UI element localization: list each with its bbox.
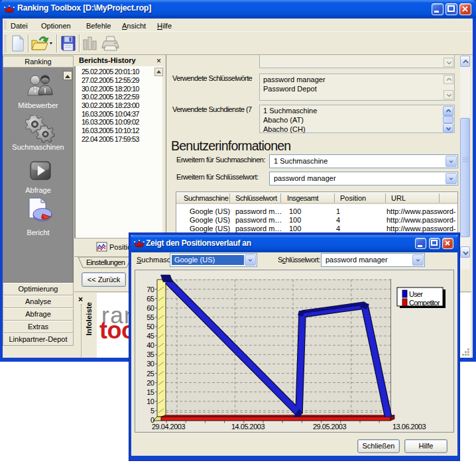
svg-text:20: 20 (147, 379, 154, 387)
svg-text:50: 50 (147, 323, 154, 331)
svg-text:13.06.2003: 13.06.2003 (392, 423, 426, 431)
svg-text:55: 55 (147, 313, 154, 321)
svg-text:5: 5 (150, 407, 154, 415)
svg-text:14.05.2003: 14.05.2003 (231, 423, 265, 431)
svg-text:29.05.2003: 29.05.2003 (313, 423, 346, 431)
svg-text:60: 60 (147, 304, 154, 312)
svg-text:Competitor: Competitor (409, 299, 440, 307)
svg-text:35: 35 (147, 350, 154, 358)
svg-text:70: 70 (147, 286, 154, 293)
svg-text:User: User (409, 290, 423, 298)
svg-text:10: 10 (147, 397, 154, 405)
svg-text:40: 40 (147, 341, 154, 349)
svg-text:30: 30 (147, 360, 154, 368)
svg-text:65: 65 (147, 295, 154, 303)
svg-text:15: 15 (147, 388, 154, 396)
svg-text:29.04.2003: 29.04.2003 (152, 423, 185, 431)
svg-text:25: 25 (147, 370, 154, 378)
svg-text:45: 45 (147, 332, 154, 340)
